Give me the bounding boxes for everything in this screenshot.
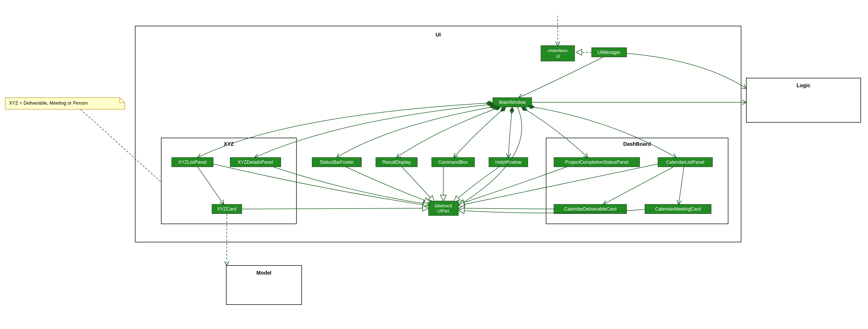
edge-resultdisplay-to-uipart [402, 167, 434, 202]
class-proj-comp-panel: ProjectCompletionStatusPanel [554, 158, 640, 167]
svg-text:UiManager: UiManager [597, 50, 620, 55]
svg-text:CommandBox: CommandBox [438, 160, 468, 165]
note-xyz-meaning: XYZ = Deliverable, Meeting or Person [5, 98, 125, 109]
class-status-bar-footer: StatusBarFooter [312, 158, 362, 167]
package-model: Model [226, 266, 302, 304]
edge-calendarlist-to-meetingcard [679, 167, 684, 204]
edge-mw-calendarlist [528, 106, 676, 158]
edge-calendardeliv-to-uipart [459, 208, 554, 209]
edge-mw-projcomp [521, 107, 588, 158]
edge-xyzcard-to-uipart [242, 208, 429, 209]
class-ui-manager: UiManager [592, 48, 627, 57]
edge-uimanager-to-logic [627, 53, 746, 88]
class-xyz-card: XYZCard [212, 204, 242, 214]
svg-text:HelpWindow: HelpWindow [495, 160, 522, 165]
class-help-window: HelpWindow [489, 158, 528, 167]
class-result-display: ResultDisplay [376, 158, 417, 167]
class-main-window: MainWindow [493, 98, 532, 107]
edge-xyzlistpanel-to-xyzcard [198, 167, 224, 204]
edge-mw-xyzdetailspanel [255, 104, 494, 158]
svg-text:CalendarDeliverableCard: CalendarDeliverableCard [564, 207, 617, 212]
edge-xyzlistpanel-to-uipart [213, 164, 429, 205]
svg-text:StatusBarFooter: StatusBarFooter [319, 160, 354, 165]
edge-projcomp-to-uipart [459, 167, 567, 204]
package-logic-label: Logic [797, 83, 810, 88]
class-ui-interface: «Interface» Ui [541, 46, 575, 61]
svg-text:XYZDetailsPanel: XYZDetailsPanel [238, 160, 273, 165]
class-calendar-meeting-card: CalendarMeetingCard [645, 204, 711, 214]
note-text: XYZ = Deliverable, Meeting or Person [9, 101, 88, 106]
svg-text:MainWindow: MainWindow [499, 100, 526, 105]
svg-text:«Interface»: «Interface» [547, 48, 568, 53]
package-ui-label: UI [436, 32, 441, 37]
svg-rect-34 [429, 201, 459, 216]
uml-diagram: UI Logic Model XYZ DashBoard XYZ = Deliv… [0, 0, 868, 329]
edge-mw-commandbox [454, 107, 506, 158]
svg-text:{abstract}: {abstract} [435, 203, 452, 208]
edge-mw-helpwindow [508, 107, 512, 158]
class-calendar-list-panel: CalendarListPanel [658, 158, 713, 167]
svg-text:XYZCard: XYZCard [217, 207, 236, 212]
svg-text:CalendarListPanel: CalendarListPanel [666, 160, 704, 165]
svg-text:ProjectCompletionStatusPanel: ProjectCompletionStatusPanel [565, 160, 628, 165]
class-uipart: {abstract} UiPart [429, 201, 459, 216]
edge-helpwindow-to-uipart [454, 167, 499, 202]
class-xyz-details-panel: XYZDetailsPanel [230, 158, 281, 167]
edge-mw-xyzlistpanel [198, 103, 493, 158]
svg-text:ResultDisplay: ResultDisplay [382, 160, 411, 165]
svg-rect-5 [541, 46, 575, 61]
edge-mainwindow-to-uipart [459, 107, 522, 205]
svg-text:XYZListPanel: XYZListPanel [178, 160, 207, 165]
edge-calendarlist-to-delivcard [603, 167, 674, 204]
package-logic: Logic [746, 78, 861, 122]
package-model-label: Model [256, 270, 272, 276]
edge-note-anchor [81, 109, 161, 182]
svg-text:Ui: Ui [556, 54, 560, 59]
class-xyz-list-panel: XYZListPanel [172, 158, 213, 167]
edge-uimanager-to-mainwindow [519, 57, 603, 98]
svg-text:UiPart: UiPart [438, 209, 450, 213]
svg-text:CalendarMeetingCard: CalendarMeetingCard [655, 207, 701, 212]
class-command-box: CommandBox [432, 158, 474, 167]
